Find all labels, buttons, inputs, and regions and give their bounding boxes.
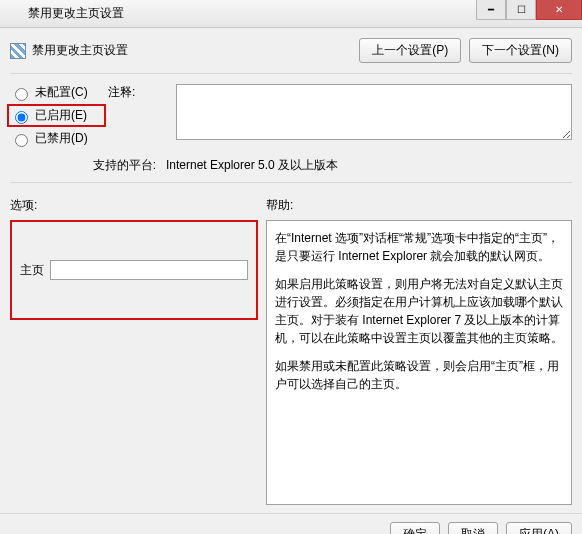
help-panel: 在“Internet 选项”对话框“常规”选项卡中指定的“主页”，是只要运行 I… [266, 220, 572, 505]
help-paragraph: 在“Internet 选项”对话框“常规”选项卡中指定的“主页”，是只要运行 I… [275, 229, 563, 265]
minimize-button[interactable]: ━ [476, 0, 506, 20]
help-section-label: 帮助: [266, 197, 572, 214]
radio-disabled[interactable]: 已禁用(D) [10, 130, 100, 147]
options-section-label: 选项: [10, 197, 258, 214]
radio-enabled-input[interactable] [15, 111, 28, 124]
close-button[interactable]: ✕ [536, 0, 582, 20]
homepage-input[interactable] [50, 260, 248, 280]
maximize-button[interactable]: ☐ [506, 0, 536, 20]
radio-enabled-label: 已启用(E) [35, 107, 87, 124]
state-radio-group: 未配置(C) 已启用(E) 已禁用(D) [10, 84, 100, 147]
window-controls: ━ ☐ ✕ [476, 0, 582, 20]
supported-value: Internet Explorer 5.0 及以上版本 [166, 157, 338, 174]
previous-setting-button[interactable]: 上一个设置(P) [359, 38, 461, 63]
radio-not-configured[interactable]: 未配置(C) [10, 84, 100, 101]
policy-icon [10, 43, 26, 59]
homepage-label: 主页 [20, 262, 44, 279]
help-paragraph: 如果启用此策略设置，则用户将无法对自定义默认主页进行设置。必须指定在用户计算机上… [275, 275, 563, 347]
policy-title: 禁用更改主页设置 [32, 42, 128, 59]
app-icon [6, 6, 22, 22]
comment-label: 注释: [108, 84, 168, 101]
title-bar: 禁用更改主页设置 ━ ☐ ✕ [0, 0, 582, 28]
options-panel: 主页 [10, 220, 258, 320]
window-title: 禁用更改主页设置 [28, 5, 124, 22]
radio-not-configured-input[interactable] [15, 88, 28, 101]
cancel-button[interactable]: 取消 [448, 522, 498, 534]
dialog-footer: 确定 取消 应用(A) [0, 513, 582, 534]
next-setting-button[interactable]: 下一个设置(N) [469, 38, 572, 63]
apply-button[interactable]: 应用(A) [506, 522, 572, 534]
help-paragraph: 如果禁用或未配置此策略设置，则会启用“主页”框，用户可以选择自己的主页。 [275, 357, 563, 393]
supported-label: 支持的平台: [10, 157, 160, 174]
radio-disabled-input[interactable] [15, 134, 28, 147]
radio-disabled-label: 已禁用(D) [35, 130, 88, 147]
comment-textarea[interactable] [176, 84, 572, 140]
radio-enabled[interactable]: 已启用(E) [7, 104, 106, 127]
radio-not-configured-label: 未配置(C) [35, 84, 88, 101]
ok-button[interactable]: 确定 [390, 522, 440, 534]
sub-header: 禁用更改主页设置 上一个设置(P) 下一个设置(N) [10, 34, 572, 74]
